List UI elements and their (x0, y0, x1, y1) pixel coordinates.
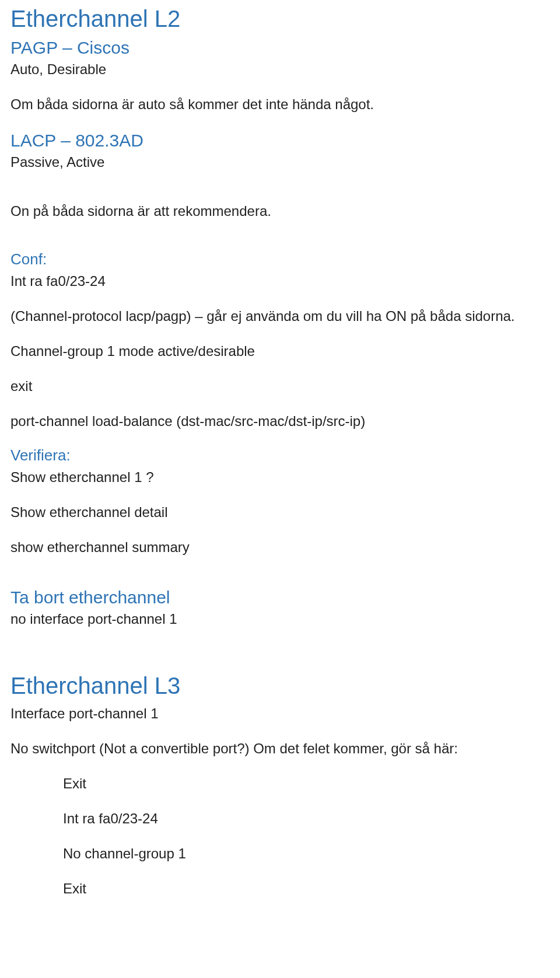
spacer (10, 116, 550, 129)
spacer (10, 293, 550, 306)
lacp-modes: Passive, Active (10, 152, 550, 173)
spacer (10, 830, 550, 843)
l3-indent-line-4: Exit (10, 878, 550, 899)
l3-indent-line-1: Exit (10, 773, 550, 794)
spacer (10, 328, 550, 341)
spacer (10, 433, 550, 446)
pagp-note: Om båda sidorna är auto så kommer det in… (10, 94, 550, 115)
spacer (10, 398, 550, 411)
lacp-note: On på båda sidorna är att rekommendera. (10, 201, 550, 222)
heading-conf: Conf: (10, 250, 550, 270)
verify-line-3: show etherchannel summary (10, 537, 550, 558)
remove-line-1: no interface port-channel 1 (10, 609, 550, 630)
l3-line-2: No switchport (Not a convertible port?) … (10, 738, 550, 759)
spacer (10, 760, 550, 773)
pagp-modes: Auto, Desirable (10, 59, 550, 80)
spacer (10, 81, 550, 94)
l3-indent-line-3: No channel-group 1 (10, 843, 550, 864)
heading-etherchannel-l3: Etherchannel L3 (10, 672, 550, 700)
l3-line-1: Interface port-channel 1 (10, 703, 550, 724)
heading-lacp: LACP – 802.3AD (10, 129, 550, 152)
conf-line-5: port-channel load-balance (dst-mac/src-m… (10, 411, 550, 432)
conf-line-2: (Channel-protocol lacp/pagp) – går ej an… (10, 306, 550, 327)
spacer (10, 725, 550, 738)
verify-line-2: Show etherchannel detail (10, 502, 550, 523)
heading-etherchannel-l2: Etherchannel L2 (10, 5, 550, 33)
conf-line-4: exit (10, 376, 550, 397)
spacer (10, 631, 550, 672)
spacer (10, 363, 550, 376)
heading-verify: Verifiera: (10, 446, 550, 466)
verify-line-1: Show etherchannel 1 ? (10, 467, 550, 488)
heading-remove: Ta bort etherchannel (10, 586, 550, 609)
conf-line-1: Int ra fa0/23-24 (10, 271, 550, 292)
spacer (10, 524, 550, 537)
spacer (10, 174, 550, 201)
heading-pagp: PAGP – Ciscos (10, 36, 550, 59)
spacer (10, 795, 550, 808)
spacer (10, 489, 550, 502)
conf-line-3: Channel-group 1 mode active/desirable (10, 341, 550, 362)
spacer (10, 223, 550, 250)
spacer (10, 559, 550, 586)
l3-indent-line-2: Int ra fa0/23-24 (10, 808, 550, 829)
document-page: Etherchannel L2 PAGP – Ciscos Auto, Desi… (0, 0, 560, 924)
spacer (10, 865, 550, 878)
